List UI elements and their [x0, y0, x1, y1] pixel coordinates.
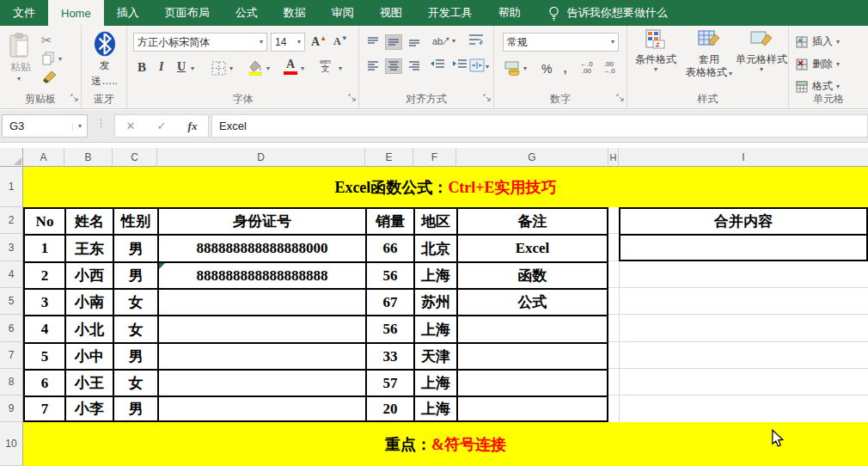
- cell-A9[interactable]: 7: [23, 395, 64, 422]
- cell-C4[interactable]: 男: [113, 261, 157, 288]
- row-header-3[interactable]: 3: [0, 234, 23, 261]
- cell-styles-button[interactable]: 单元格样式 ▾: [736, 29, 787, 73]
- cell-H5[interactable]: [608, 288, 619, 315]
- align-middle-button[interactable]: [385, 34, 402, 50]
- cell-E3[interactable]: 66: [365, 234, 413, 261]
- cell-A3[interactable]: 1: [23, 234, 64, 261]
- copy-dropdown-icon[interactable]: ▾: [58, 56, 62, 63]
- align-center-button[interactable]: [385, 58, 402, 74]
- cell-G8[interactable]: [456, 369, 608, 395]
- grow-font-button[interactable]: A▲: [311, 34, 327, 49]
- cell-A6[interactable]: 4: [23, 315, 64, 342]
- cell-I7[interactable]: [619, 342, 868, 369]
- cell-E8[interactable]: 57: [365, 369, 413, 395]
- borders-dropdown-icon[interactable]: ▾: [229, 65, 233, 72]
- name-box-dropdown-icon[interactable]: ▾: [72, 123, 87, 130]
- increase-indent-button[interactable]: [452, 58, 468, 71]
- cell-H7[interactable]: [608, 342, 619, 369]
- tab-formulas[interactable]: 公式: [223, 0, 271, 26]
- cell-C2[interactable]: 性别: [113, 207, 157, 234]
- decrease-decimal-button[interactable]: .00 →.0: [602, 61, 615, 75]
- cell-I5[interactable]: [619, 288, 868, 315]
- cancel-icon[interactable]: ✕: [126, 120, 136, 132]
- cell-D3[interactable]: 888888888888888000: [157, 234, 365, 261]
- number-format-combo[interactable]: 常规▾: [503, 33, 619, 52]
- cell-I2[interactable]: 合并内容: [619, 207, 868, 234]
- col-header-A[interactable]: A: [23, 148, 64, 167]
- cell-A5[interactable]: 3: [23, 288, 64, 315]
- cell-D8[interactable]: [157, 369, 365, 395]
- delete-cells-button[interactable]: 删除 ▾: [796, 57, 840, 71]
- formula-input[interactable]: Excel: [211, 114, 868, 138]
- font-dialog-launcher[interactable]: [348, 89, 356, 105]
- cell-H3[interactable]: [608, 234, 619, 261]
- font-color-button[interactable]: A: [284, 58, 297, 75]
- underline-button[interactable]: U: [177, 60, 186, 74]
- row-header-8[interactable]: 8: [0, 369, 23, 395]
- insert-cells-button[interactable]: 插入 ▾: [796, 34, 840, 49]
- cell-H6[interactable]: [608, 315, 619, 342]
- paste-dropdown-icon[interactable]: ▾: [17, 76, 21, 83]
- font-color-dropdown-icon[interactable]: ▾: [301, 65, 304, 72]
- cell-C7[interactable]: 男: [113, 342, 157, 369]
- cell-G5[interactable]: 公式: [456, 288, 608, 315]
- phonetic-dropdown-icon[interactable]: ▾: [339, 65, 342, 72]
- cell-E4[interactable]: 56: [365, 261, 413, 288]
- row-header-9[interactable]: 9: [0, 395, 23, 422]
- comma-style-button[interactable]: ,: [563, 58, 567, 77]
- title-banner-cell[interactable]: Excel函数公式： Ctrl+E实用技巧: [23, 167, 868, 207]
- col-header-G[interactable]: G: [456, 148, 608, 167]
- cell-F8[interactable]: 上海: [413, 369, 456, 395]
- cell-I9[interactable]: [619, 395, 868, 422]
- cell-F3[interactable]: 北京: [413, 234, 456, 261]
- cell-B9[interactable]: 小李: [64, 395, 113, 422]
- copy-button[interactable]: [41, 52, 55, 70]
- tab-review[interactable]: 审阅: [319, 0, 367, 26]
- italic-button[interactable]: I: [159, 60, 163, 74]
- tab-view[interactable]: 视图: [367, 0, 415, 26]
- wrap-text-button[interactable]: [468, 33, 485, 48]
- cell-D6[interactable]: [157, 315, 365, 342]
- row-header-5[interactable]: 5: [0, 288, 23, 315]
- cell-C6[interactable]: 女: [113, 315, 157, 342]
- cell-C3[interactable]: 男: [113, 234, 157, 261]
- shrink-font-button[interactable]: A▼: [333, 34, 348, 48]
- row-header-2[interactable]: 2: [0, 207, 23, 234]
- cell-F2[interactable]: 地区: [413, 207, 456, 234]
- cell-F5[interactable]: 苏州: [413, 288, 456, 315]
- cell-B6[interactable]: 小北: [64, 315, 113, 342]
- cell-B7[interactable]: 小中: [64, 342, 113, 369]
- cell-B2[interactable]: 姓名: [64, 207, 113, 234]
- col-header-F[interactable]: F: [413, 148, 456, 167]
- cell-A4[interactable]: 2: [23, 261, 64, 288]
- tab-home[interactable]: Home: [48, 0, 104, 26]
- cell-E5[interactable]: 67: [365, 288, 413, 315]
- bold-button[interactable]: B: [138, 60, 146, 75]
- number-dialog-launcher[interactable]: [616, 89, 624, 105]
- col-header-C[interactable]: C: [113, 148, 157, 167]
- bottom-banner-cell[interactable]: 重点： &符号连接: [23, 422, 868, 466]
- col-header-E[interactable]: E: [365, 148, 413, 167]
- row-header-1[interactable]: 1: [0, 167, 23, 207]
- merge-dropdown-icon[interactable]: ▾: [486, 64, 489, 71]
- increase-decimal-button[interactable]: ←.0 .00: [580, 61, 593, 75]
- cell-F9[interactable]: 上海: [413, 395, 456, 422]
- cell-E7[interactable]: 33: [365, 342, 413, 369]
- bluetooth-send-button[interactable]: [93, 31, 117, 60]
- cell-F6[interactable]: 上海: [413, 315, 456, 342]
- select-all-corner[interactable]: [0, 148, 23, 167]
- cell-D5[interactable]: [157, 288, 365, 315]
- row-header-4[interactable]: 4: [0, 261, 23, 288]
- row-header-7[interactable]: 7: [0, 342, 23, 369]
- alignment-dialog-launcher[interactable]: [483, 89, 491, 105]
- row-header-10[interactable]: 10: [0, 422, 23, 466]
- tab-page-layout[interactable]: 页面布局: [152, 0, 223, 26]
- cell-C9[interactable]: 男: [113, 395, 157, 422]
- cell-G6[interactable]: [456, 315, 608, 342]
- cell-B4[interactable]: 小西: [64, 261, 113, 288]
- cell-I3[interactable]: [619, 234, 868, 261]
- cell-B5[interactable]: 小南: [64, 288, 113, 315]
- cell-E2[interactable]: 销量: [365, 207, 413, 234]
- cell-A8[interactable]: 6: [23, 369, 64, 395]
- cell-E9[interactable]: 20: [365, 395, 413, 422]
